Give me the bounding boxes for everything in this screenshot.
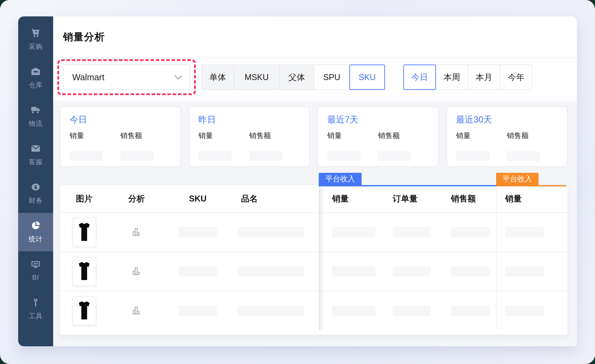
- chevron-down-icon: [175, 72, 182, 80]
- sidebar-item-label: 客服: [29, 157, 43, 167]
- order-count-placeholder: [393, 266, 431, 277]
- store-select[interactable]: Walmart: [63, 64, 190, 90]
- metric-label: 销量: [70, 131, 120, 141]
- value-placeholder: [378, 151, 411, 161]
- table-row: [60, 213, 567, 252]
- blue-group-underline: [319, 185, 496, 186]
- sales-amount-placeholder: [451, 266, 489, 277]
- product-image[interactable]: [72, 257, 96, 286]
- card-title: 最近7天: [327, 114, 438, 126]
- product-image[interactable]: [72, 218, 96, 247]
- column-header-sales-amount: 销售额: [440, 193, 496, 204]
- sidebar-item-label: 采购: [29, 42, 43, 51]
- column-header-sales-volume: 销量: [319, 193, 379, 204]
- data-table: 图片 分析 SKU 品名 销量 订单量 销售额 销量: [60, 185, 567, 335]
- value-placeholder: [327, 151, 361, 161]
- period-tabs: 今日 本周 本月 今年: [403, 64, 532, 90]
- sku-placeholder: [178, 306, 217, 316]
- column-header-sku: SKU: [161, 194, 233, 203]
- value-placeholder: [249, 151, 282, 161]
- metric-label: 销售额: [120, 131, 171, 141]
- wrench-icon: [31, 298, 41, 308]
- metric-label: 销量: [456, 131, 507, 141]
- app-window: 采购 仓库 物流: [18, 16, 577, 346]
- bar-chart-icon[interactable]: [131, 305, 142, 316]
- product-image[interactable]: [72, 296, 96, 326]
- table-zone: 平台收入 平台收入 图片 分析 SKU 品名 销量: [60, 173, 567, 335]
- sidebar-item-procurement[interactable]: 采购: [18, 20, 53, 59]
- sku-placeholder: [178, 266, 217, 277]
- sku-placeholder: [178, 227, 217, 238]
- value-placeholder: [456, 151, 489, 161]
- t-shirt-image: [77, 222, 92, 242]
- tab-this-year[interactable]: 今年: [500, 64, 532, 90]
- sidebar-item-warehouse[interactable]: 仓库: [18, 59, 53, 97]
- mail-icon: [31, 143, 41, 154]
- sidebar-item-statistics[interactable]: 统计: [18, 213, 53, 251]
- sidebar-item-label: 工具: [29, 312, 43, 321]
- dimension-tabs: 单体 MSKU 父体 SPU SKU: [201, 64, 385, 90]
- tab-msku[interactable]: MSKU: [234, 64, 280, 90]
- card-title: 今日: [70, 114, 180, 126]
- name-placeholder: [238, 266, 304, 277]
- metric-label: 销售额: [249, 131, 300, 141]
- name-placeholder: [238, 227, 304, 238]
- tab-danti[interactable]: 单体: [201, 64, 234, 90]
- page-title: 销量分析: [63, 30, 105, 44]
- sidebar-item-bi[interactable]: BI: [18, 251, 53, 290]
- tab-futi[interactable]: 父体: [279, 64, 314, 90]
- sales-amount-placeholder: [451, 227, 489, 238]
- tab-today[interactable]: 今日: [403, 64, 436, 90]
- summary-card-today: 今日 销量 销售额: [60, 107, 181, 167]
- tab-spu[interactable]: SPU: [314, 64, 350, 90]
- t-shirt-image: [77, 262, 92, 281]
- t-shirt-image: [77, 301, 92, 321]
- page-background: 采购 仓库 物流: [0, 0, 595, 364]
- name-placeholder: [238, 306, 304, 316]
- sidebar-item-finance[interactable]: 财务: [18, 174, 53, 213]
- sidebar-item-customer-service[interactable]: 客服: [18, 136, 53, 174]
- pie-chart-icon: [31, 221, 41, 231]
- value-placeholder: [198, 151, 232, 161]
- column-header-sales-volume-2: 销量: [496, 185, 567, 212]
- bar-chart-icon[interactable]: [131, 266, 142, 277]
- bar-chart-icon[interactable]: [131, 227, 142, 238]
- summary-cards: 今日 销量 销售额 昨日 销量 销售额 最近7天: [60, 107, 567, 167]
- column-header-name: 品名: [233, 193, 319, 204]
- metric-label: 销量: [327, 131, 378, 141]
- table-body: [60, 213, 567, 330]
- sales-volume-placeholder: [332, 227, 375, 238]
- column-header-image: 图片: [60, 193, 113, 204]
- summary-card-last-30-days: 最近30天 销量 销售额: [446, 107, 567, 167]
- sidebar-item-label: 物流: [29, 119, 43, 128]
- cart-icon: [31, 28, 41, 39]
- platform-income-group-blue: 销量 订单量 销售额: [319, 185, 496, 212]
- sales-volume-2-placeholder: [505, 266, 544, 277]
- value-placeholder: [507, 151, 540, 161]
- table-row: [60, 252, 567, 291]
- sidebar-item-label: BI: [32, 274, 39, 282]
- metric-label: 销量: [198, 131, 249, 141]
- store-select-value: Walmart: [72, 72, 176, 82]
- summary-card-last-7-days: 最近7天 销量 销售额: [318, 107, 439, 167]
- sidebar-item-tools[interactable]: 工具: [18, 290, 53, 328]
- sidebar-item-logistics[interactable]: 物流: [18, 97, 53, 136]
- metric-label: 销售额: [507, 131, 558, 141]
- yen-coin-icon: [31, 182, 41, 193]
- card-title: 最近30天: [456, 114, 567, 126]
- tab-this-week[interactable]: 本周: [436, 64, 468, 90]
- income-badges-row: 平台收入 平台收入: [60, 173, 567, 185]
- sales-volume-placeholder: [332, 266, 375, 277]
- value-placeholder: [120, 151, 154, 161]
- platform-income-badge-orange: 平台收入: [496, 173, 538, 185]
- sidebar-item-label: 仓库: [29, 80, 43, 90]
- tab-this-month[interactable]: 本月: [468, 64, 500, 90]
- tab-sku[interactable]: SKU: [349, 64, 385, 90]
- sidebar: 采购 仓库 物流: [18, 16, 53, 346]
- sidebar-item-label: 财务: [29, 196, 43, 205]
- value-placeholder: [70, 151, 103, 161]
- card-title: 昨日: [198, 114, 309, 126]
- filter-bar: Walmart 单体 MSKU 父体 SPU SKU 今日 本周 本月 今年: [53, 58, 577, 101]
- summary-card-yesterday: 昨日 销量 销售额: [189, 107, 310, 167]
- sales-volume-2-placeholder: [505, 306, 544, 316]
